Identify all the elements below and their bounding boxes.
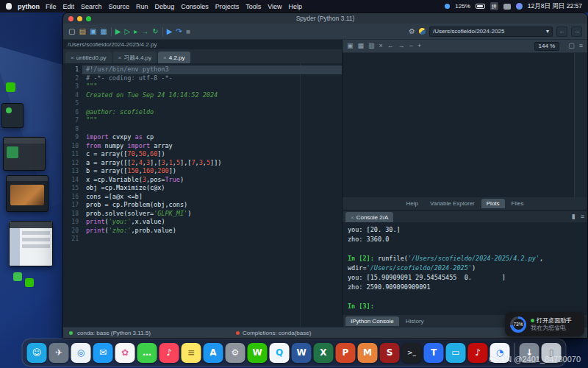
dock-item-finder[interactable]: ☺	[27, 343, 47, 363]
menubar-menu-search[interactable]: Search	[81, 3, 102, 10]
code-line[interactable]: 10from numpy import array	[63, 142, 342, 151]
dock-item-launchpad[interactable]: ✈	[49, 343, 69, 363]
console-bottom-tab-history[interactable]: History	[401, 316, 429, 326]
control-center-icon[interactable]	[503, 4, 511, 10]
plot-thumbnails-strip[interactable]	[574, 53, 587, 197]
run-file-icon[interactable]: ▶	[115, 28, 121, 35]
code-line[interactable]: 13b = array([150,160,200])	[63, 167, 342, 176]
tab-close-icon[interactable]: ×	[118, 54, 122, 61]
editor-tab-4.2.py[interactable]: ×4.2.py	[158, 52, 190, 63]
plots-options-menu-icon[interactable]: ≡	[579, 43, 583, 49]
console-tab[interactable]: × Console 2/A	[345, 212, 393, 222]
pane-tab-plots[interactable]: Plots	[481, 199, 505, 208]
close-window-icon[interactable]	[68, 16, 74, 21]
code-line[interactable]: 17prob = cp.Problem(obj,cons)	[63, 201, 342, 210]
completions-label[interactable]: Completions: conda(base)	[243, 330, 311, 336]
new-file-icon[interactable]: ▢	[68, 28, 75, 35]
tab-close-icon[interactable]: ×	[71, 54, 74, 61]
code-line[interactable]: 19print('you:',x.value)	[63, 218, 342, 227]
browse-previous-directory-icon[interactable]: ←	[556, 26, 567, 37]
desktop-window-thumbnail[interactable]	[1, 103, 24, 128]
open-file-icon[interactable]: ▤	[79, 28, 85, 35]
code-line[interactable]: 8	[63, 125, 342, 134]
desktop-icon[interactable]	[13, 272, 22, 281]
zoom-out-icon[interactable]: −	[409, 43, 413, 49]
menubar-menu-file[interactable]: File	[46, 3, 57, 10]
dock-item-excel[interactable]: X	[314, 343, 334, 363]
console-options-menu-icon[interactable]: ≡	[581, 213, 584, 220]
desktop-icon[interactable]	[6, 82, 15, 92]
code-line[interactable]: 16cons =[a@x <=b]	[63, 193, 342, 202]
dock-item-word[interactable]: W	[292, 343, 312, 363]
input-method-icon[interactable]: 拼	[490, 2, 498, 10]
pane-tab-variable-explorer[interactable]: Variable Explorer	[425, 199, 480, 208]
save-file-icon[interactable]: ▣	[90, 28, 96, 35]
minimize-window-icon[interactable]	[77, 16, 82, 21]
battery-assistant-widget[interactable]: 73% 打开桌面助手 我在为您省电	[505, 312, 584, 336]
dock-item-safari[interactable]: ◎	[71, 343, 91, 363]
menubar-menu-debug[interactable]: Debug	[155, 3, 175, 10]
screen-mirroring-icon[interactable]	[445, 4, 450, 9]
tab-close-icon[interactable]: ×	[351, 214, 354, 221]
dock-item-messages[interactable]: …	[137, 343, 157, 363]
fit-plot-icon[interactable]: ▢	[568, 43, 575, 49]
code-line[interactable]: 11c = array([70,50,60])	[63, 150, 342, 159]
dock-item-terminal[interactable]: >_	[402, 343, 422, 363]
dock-item-netease-music[interactable]: ♪	[468, 343, 488, 363]
zoom-window-icon[interactable]	[86, 16, 91, 21]
dock-item-photos[interactable]: ✿	[115, 343, 135, 363]
dock-item-mail[interactable]: ✉	[93, 343, 113, 363]
pythonpath-manager-icon[interactable]	[419, 28, 426, 35]
step-over-icon[interactable]: ↷	[176, 28, 182, 35]
menubar-menu-run[interactable]: Run	[136, 3, 148, 10]
code-line[interactable]: 21	[63, 235, 342, 244]
browse-next-directory-icon[interactable]: →	[571, 26, 582, 37]
save-all-plots-icon[interactable]: ▦	[358, 43, 365, 49]
menubar-menu-consoles[interactable]: Consoles	[181, 3, 209, 10]
editor-tab-习题4.4.py[interactable]: ×习题4.4.py	[113, 52, 157, 63]
code-line[interactable]: 5	[63, 99, 342, 108]
code-line[interactable]: 15obj =cp.Maximize(c@x)	[63, 184, 342, 193]
zoom-in-icon[interactable]: +	[417, 43, 421, 49]
menubar-clock[interactable]: 12月8日 周日 22:57	[528, 2, 582, 11]
menubar-menu-view[interactable]: View	[268, 3, 282, 10]
conda-env-label[interactable]: conda: base (Python 3.11.5)	[77, 330, 151, 336]
previous-plot-icon[interactable]: ←	[387, 43, 394, 49]
run-cell-icon[interactable]: ▷	[125, 28, 131, 35]
debug-file-icon[interactable]: ▶	[167, 28, 173, 35]
code-line[interactable]: 18prob.solve(solver='GLPK_MI')	[63, 210, 342, 219]
save-all-icon[interactable]: ▦	[100, 28, 107, 35]
code-line[interactable]: 12a = array([[2,4,3],[3,1,5],[7,3,5]])	[63, 159, 342, 168]
copy-plot-icon[interactable]: ▥	[368, 43, 375, 49]
dock-item-spyder[interactable]: S	[380, 343, 400, 363]
pane-tab-files[interactable]: Files	[506, 199, 529, 208]
next-plot-icon[interactable]: →	[398, 43, 405, 49]
code-line[interactable]: 14x =cp.Variable(3,pos=True)	[63, 176, 342, 185]
remove-plot-icon[interactable]: ×	[379, 43, 383, 49]
code-line[interactable]: 4Created on Tue Sep 24 14:14:52 2024	[63, 91, 342, 100]
dock-item-qq[interactable]: Q	[270, 343, 290, 363]
menubar-menu-source[interactable]: Source	[109, 3, 130, 10]
code-line[interactable]: 9import cvxpy as cp	[63, 133, 342, 142]
dock-item-matlab[interactable]: M	[358, 343, 378, 363]
battery-widget-title[interactable]: 打开桌面助手	[537, 317, 572, 325]
desktop-window-thumbnail[interactable]	[9, 221, 53, 266]
siri-icon[interactable]	[516, 3, 523, 10]
dock-item-translate[interactable]: T	[424, 343, 444, 363]
dock-item-system-settings[interactable]: ⚙	[226, 343, 245, 363]
stop-icon[interactable]: ■	[186, 28, 190, 35]
interrupt-kernel-icon[interactable]: ▮	[572, 213, 576, 220]
dock-item-powerpoint[interactable]: P	[336, 343, 356, 363]
code-line[interactable]: 1#!/usr/bin/env python3	[63, 66, 342, 74]
desktop-window-thumbnail[interactable]	[6, 175, 49, 212]
dock-item-bilibili[interactable]: ▭	[446, 343, 466, 363]
tab-close-icon[interactable]: ×	[163, 54, 167, 61]
dock-item-wechat[interactable]: W	[248, 343, 268, 363]
menubar-menu-edit[interactable]: Edit	[63, 3, 75, 10]
menubar-menu-help[interactable]: Help	[289, 3, 303, 10]
code-editor[interactable]: 1#!/usr/bin/env python32# -*- coding: ut…	[63, 63, 342, 327]
console-bottom-tab-ipython-console[interactable]: IPython Console	[345, 316, 399, 326]
code-line[interactable]: 3"""	[63, 82, 342, 91]
dock-item-notes[interactable]: ≡	[182, 343, 201, 363]
dock-item-music[interactable]: ♪	[159, 343, 179, 363]
